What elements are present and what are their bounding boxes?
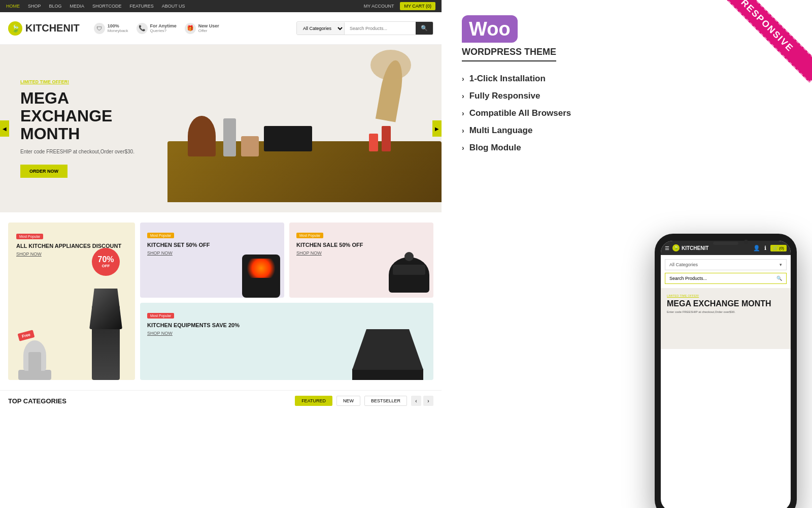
phone-hero: LIMITED TIME OFFER! MEGA EXCHANGE MONTH …: [661, 288, 791, 349]
badge-hood: Most Popular: [147, 313, 174, 319]
blender-jar: [89, 289, 122, 329]
nav-blog[interactable]: BLOG: [49, 4, 62, 9]
kettle-decoration: [188, 116, 216, 156]
cat-arrow-left[interactable]: ‹: [411, 396, 421, 406]
plant-top: [370, 50, 411, 80]
nav-about[interactable]: ABOUT US: [162, 4, 185, 9]
cat-arrow-right[interactable]: ›: [423, 396, 433, 406]
feature-item-3: › Multi Language: [462, 125, 792, 136]
product-card-hood: Most Popular KITCHEN EQUIPMENTS SAVE 20%…: [140, 303, 433, 380]
product-card-cooker: Most Popular KITCHEN SALE 50% OFF SHOP N…: [289, 223, 433, 298]
discount-off: OFF: [102, 264, 110, 268]
hero-arrow-left[interactable]: ◀: [0, 120, 9, 137]
cart-button[interactable]: MY CART (0): [400, 2, 435, 10]
nav-features[interactable]: FEATURES: [129, 4, 153, 9]
phone-hero-desc: Enter code FREESHIP at checkout,Order ov…: [667, 310, 785, 313]
wp-theme-label: WORDPRESS THEME: [462, 47, 556, 61]
phone-user-icon: 👤: [753, 245, 760, 251]
product-grid: Most Popular ALL KITCHEN APPLIANCES DISC…: [8, 223, 433, 380]
moneyback-line2: Moneyback: [108, 28, 128, 33]
phone-search-area: All Categories ▾ Search Products... 🔍: [661, 255, 791, 288]
phone-hamburger-icon: ☰: [665, 245, 669, 251]
nav-home[interactable]: HOME: [6, 4, 20, 9]
hero-arrow-right[interactable]: ▶: [432, 120, 442, 137]
website-preview: HOME SHOP BLOG MEDIA SHORTCODE FEATURES …: [0, 0, 442, 508]
queries-line2: Queries?: [150, 28, 177, 33]
phone-logo-icon: 🍃: [672, 244, 680, 251]
search-bar: All Categories 🔍: [296, 21, 433, 35]
phone-category-select: All Categories ▾: [665, 259, 787, 270]
hero-order-button[interactable]: ORDER NOW: [20, 165, 67, 178]
feature-arrow-0: ›: [462, 75, 464, 83]
logo-text: KITCHENIT: [25, 22, 80, 34]
cooker-body: [389, 257, 429, 293]
feature-text-3: Multi Language: [469, 125, 533, 136]
cooker-handle: [404, 252, 414, 261]
cooker-img: [389, 257, 429, 298]
hero-description: Enter code FREESHIP at checkout,Order ov…: [20, 149, 162, 154]
hero-section: ◀ LIMITED TIME OFFER! MEGA EXCHANGE MONT…: [0, 45, 442, 212]
candle1: [382, 126, 391, 151]
discount-pct: 70%: [97, 256, 114, 264]
search-input[interactable]: [345, 23, 416, 34]
product-card-large: Most Popular ALL KITCHEN APPLIANCES DISC…: [8, 223, 135, 380]
search-button[interactable]: 🔍: [416, 22, 433, 35]
moneyback-badge: 🛡 100% Moneyback: [94, 23, 128, 34]
queries-icon: 📞: [137, 23, 148, 34]
phone-cart-count: (0): [779, 246, 784, 250]
tray-decoration: [264, 126, 312, 151]
title-airfryer: KITCHEN SET 50% OFF: [147, 241, 277, 248]
tab-new[interactable]: NEW: [336, 396, 360, 406]
feature-text-0: 1-Click Installation: [469, 74, 546, 84]
header-badges: 🛡 100% Moneyback 📞 For Anytime Queries? …: [94, 23, 219, 34]
hero-title: MEGA EXCHANGE MONTH: [20, 89, 162, 143]
feature-arrow-4: ›: [462, 144, 464, 152]
phone-info-icon: ℹ: [764, 245, 766, 251]
category-select[interactable]: All Categories: [297, 22, 345, 35]
mug-decoration: [241, 136, 259, 156]
phone-search-icon: 🔍: [776, 276, 782, 281]
feature-arrow-2: ›: [462, 109, 464, 117]
feature-item-4: › Blog Module: [462, 143, 792, 153]
discount-badge: 70% OFF: [92, 248, 120, 276]
cooker-panel: [393, 265, 425, 275]
newuser-line1: New User: [198, 23, 219, 28]
phone-hero-offer: LIMITED TIME OFFER!: [667, 294, 785, 297]
phone-cart-btn: 🛒 (0): [770, 245, 787, 251]
tab-bestseller[interactable]: BESTSELLER: [364, 396, 407, 406]
airfryer-window: [246, 259, 276, 278]
title-cooker: KITCHEN SALE 50% OFF: [296, 241, 426, 248]
my-account-link[interactable]: MY ACCOUNT: [364, 4, 394, 9]
tab-featured[interactable]: FEATURED: [295, 396, 332, 406]
mixer-bowl: [28, 352, 41, 372]
phone-category-text: All Categories: [669, 262, 698, 267]
nav-shortcode[interactable]: SHORTCODE: [92, 4, 121, 9]
mixer-illustration: [16, 332, 54, 380]
product-section: Most Popular ALL KITCHEN APPLIANCES DISC…: [0, 212, 442, 390]
title-hood: KITCHEN EQUIPMENTS SAVE 20%: [147, 322, 426, 329]
site-logo[interactable]: 🍃 KITCHENIT: [8, 21, 80, 36]
airfryer-img: [242, 255, 280, 298]
phone-mockup: ☰ 🍃 KITCHENIT 👤 ℹ 🛒 (0) All Categories: [655, 234, 797, 508]
product-row-top: Most Popular KITCHEN SET 50% OFF SHOP NO…: [140, 223, 433, 298]
feature-arrow-3: ›: [462, 126, 464, 135]
nav-media[interactable]: MEDIA: [70, 4, 85, 9]
badge-cooker: Most Popular: [296, 233, 323, 238]
hood-img: [352, 329, 423, 380]
feature-item-2: › Compatible All Browsers: [462, 108, 792, 118]
hero-image: [157, 45, 442, 212]
hood-body: [352, 329, 423, 370]
phone-dropdown-icon: ▾: [780, 262, 782, 267]
logo-icon: 🍃: [8, 21, 22, 36]
responsive-label: RESPONSIVE: [710, 0, 812, 83]
phone-screen: ☰ 🍃 KITCHENIT 👤 ℹ 🛒 (0) All Categories: [661, 241, 791, 508]
grater-decoration: [223, 118, 236, 156]
responsive-banner: RESPONSIVE: [710, 0, 812, 102]
badge-airfryer: Most Popular: [147, 233, 174, 238]
hood-bottom: [352, 369, 423, 380]
newuser-line2: Offer: [198, 28, 219, 33]
most-popular-badge-large: Most Popular: [16, 234, 43, 239]
nav-shop[interactable]: SHOP: [28, 4, 41, 9]
airfryer-body: [242, 255, 280, 298]
newuser-icon: 🎁: [185, 23, 196, 34]
